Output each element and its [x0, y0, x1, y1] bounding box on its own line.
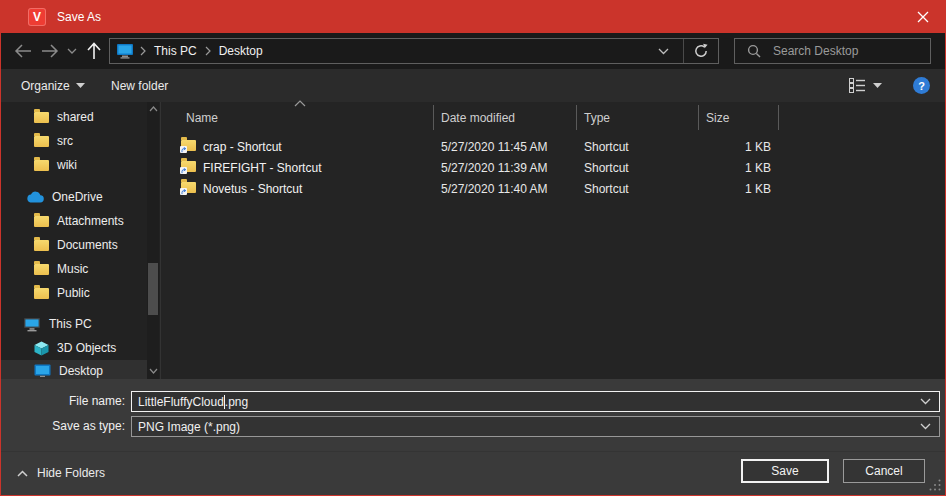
breadcrumb-desktop[interactable]: Desktop: [217, 44, 265, 58]
sidebar-item-onedrive[interactable]: OneDrive: [26, 186, 103, 208]
help-button[interactable]: ?: [913, 77, 930, 94]
file-name-input[interactable]: LittleFluffyCloud.png: [131, 391, 940, 412]
column-separator[interactable]: [433, 105, 434, 130]
computer-icon: [23, 317, 41, 332]
onedrive-cloud-icon: [26, 191, 44, 203]
folder-icon: [34, 288, 49, 299]
column-separator[interactable]: [698, 105, 699, 130]
folder-icon: [34, 216, 49, 227]
folder-icon: [34, 136, 49, 147]
main-area: shared src wiki OneDrive Attachments: [1, 102, 945, 379]
this-pc-monitor-icon: [116, 43, 134, 59]
sidebar-item-3d-objects[interactable]: 3D Objects: [34, 337, 116, 359]
folder-shortcut-icon: [181, 182, 196, 193]
save-as-type-value: PNG Image (*.png): [138, 420, 240, 434]
search-input[interactable]: Search Desktop: [773, 44, 858, 58]
file-name-label: File name:: [1, 391, 125, 412]
address-bar[interactable]: This PC Desktop: [109, 38, 719, 64]
shortcut-overlay-icon: [180, 167, 187, 174]
close-icon: [917, 11, 929, 23]
chevron-up-icon: [17, 470, 28, 477]
folder-shortcut-icon: [181, 140, 196, 151]
dialog-footer: Hide Folders Save Cancel: [1, 451, 945, 496]
shortcut-overlay-icon: [180, 188, 187, 195]
cancel-button[interactable]: Cancel: [843, 459, 925, 483]
forward-icon[interactable]: [41, 44, 59, 58]
resize-grip[interactable]: [928, 478, 942, 492]
views-dropdown-chevron-icon[interactable]: [873, 83, 882, 88]
column-header-name[interactable]: Name: [186, 107, 218, 129]
window-title: Save As: [57, 1, 101, 33]
save-as-dialog: V Save As: [0, 0, 946, 496]
command-toolbar: Organize New folder ?: [1, 69, 945, 102]
hide-folders-button[interactable]: Hide Folders: [17, 463, 105, 483]
address-bar-divider: [683, 39, 684, 63]
breadcrumb-chevron-icon: [140, 46, 146, 56]
save-button[interactable]: Save: [741, 459, 829, 483]
file-name-value: LittleFluffyCloud: [138, 395, 224, 409]
address-dropdown-chevron-icon[interactable]: [658, 48, 669, 55]
refresh-icon[interactable]: [693, 43, 709, 59]
views-details-icon[interactable]: [849, 78, 865, 93]
folder-icon: [34, 264, 49, 275]
column-header-date-modified[interactable]: Date modified: [441, 107, 515, 129]
search-icon: [747, 44, 761, 58]
sidebar-scrollbar[interactable]: [147, 102, 159, 379]
file-name-extension: .png: [225, 395, 248, 409]
sidebar-item-wiki[interactable]: wiki: [34, 154, 77, 176]
folder-icon: [34, 160, 49, 171]
sidebar-item-documents[interactable]: Documents: [34, 234, 118, 256]
cube-3d-icon: [34, 341, 49, 356]
sidebar-item-shared[interactable]: shared: [34, 106, 94, 128]
new-folder-label: New folder: [111, 79, 168, 93]
folder-icon: [34, 112, 49, 123]
folder-icon: [34, 240, 49, 251]
column-header-type[interactable]: Type: [584, 107, 610, 129]
vivaldi-app-icon: V: [28, 8, 46, 26]
up-icon[interactable]: [86, 42, 102, 60]
recent-locations-chevron-icon[interactable]: [67, 48, 77, 54]
folder-shortcut-icon: [181, 161, 196, 172]
organize-button[interactable]: Organize: [21, 69, 85, 102]
scroll-up-icon[interactable]: [148, 106, 158, 112]
sidebar-item-public[interactable]: Public: [34, 282, 90, 304]
search-box[interactable]: Search Desktop: [734, 38, 931, 64]
file-list: Name Date modified Type Size crap - Shor…: [162, 102, 946, 379]
sort-ascending-icon: [294, 100, 306, 107]
save-as-type-label: Save as type:: [1, 416, 125, 437]
breadcrumb-this-pc[interactable]: This PC: [152, 44, 199, 58]
breadcrumb-chevron-icon: [205, 46, 211, 56]
file-name-dropdown-chevron-icon[interactable]: [920, 398, 931, 405]
file-fields-panel: File name: LittleFluffyCloud.png Save as…: [1, 379, 945, 451]
column-separator[interactable]: [778, 105, 779, 130]
desktop-monitor-icon: [34, 364, 51, 378]
close-button[interactable]: [901, 1, 945, 33]
shortcut-overlay-icon: [180, 146, 187, 153]
column-header-size[interactable]: Size: [706, 107, 729, 129]
file-row-firefight-shortcut[interactable]: FIREFIGHT - Shortcut 5/27/2020 11:39 AM …: [162, 158, 946, 179]
sidebar-item-music[interactable]: Music: [34, 258, 88, 280]
scroll-down-icon[interactable]: [148, 368, 158, 374]
organize-dropdown-chevron-icon: [76, 83, 85, 88]
new-folder-button[interactable]: New folder: [111, 69, 168, 102]
back-icon[interactable]: [14, 44, 32, 58]
sidebar-item-src[interactable]: src: [34, 130, 73, 152]
sidebar-item-this-pc[interactable]: This PC: [23, 313, 92, 335]
titlebar: V Save As: [1, 1, 945, 33]
navigation-pane: shared src wiki OneDrive Attachments: [1, 102, 161, 379]
file-row-novetus-shortcut[interactable]: Novetus - Shortcut 5/27/2020 11:40 AM Sh…: [162, 179, 946, 200]
help-icon: ?: [918, 80, 925, 92]
scrollbar-thumb[interactable]: [148, 263, 158, 315]
save-as-type-dropdown-chevron-icon[interactable]: [920, 423, 931, 430]
organize-label: Organize: [21, 79, 70, 93]
sidebar-item-attachments[interactable]: Attachments: [34, 210, 124, 232]
file-row-crap-shortcut[interactable]: crap - Shortcut 5/27/2020 11:45 AM Short…: [162, 137, 946, 158]
column-separator[interactable]: [576, 105, 577, 130]
navigation-bar: This PC Desktop Search Desktop: [1, 33, 945, 69]
save-as-type-select[interactable]: PNG Image (*.png): [131, 416, 940, 437]
